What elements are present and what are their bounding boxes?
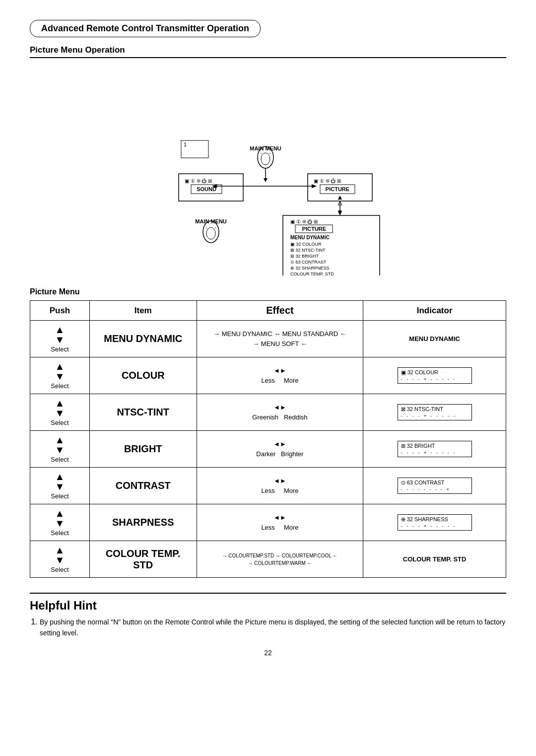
up-arrow-icon: ▲▼ [36,472,83,491]
svg-text:PICTURE: PICTURE [326,186,349,192]
table-row: ▲▼ Select CONTRAST ◄► Less More ⊙ 63 CON… [30,468,506,504]
table-row: ▲▼ Select MENU DYNAMIC → MENU DYNAMIC ↔ … [30,321,506,357]
table-row: ▲▼ Select COLOUR ◄► Less More ▣ 32 COLOU… [30,357,506,394]
table-row: ▲▼ Select COLOUR TEMP. STD → COLOURTEMP.… [30,541,506,578]
indicator-contrast: ⊙ 63 CONTRAST - - - - - - - - + [363,468,506,504]
effect-colour: ◄► Less More [197,357,363,394]
svg-marker-10 [312,184,317,188]
svg-text:SOUND: SOUND [197,186,216,192]
svg-text:⊕ 32 SHARPNESS: ⊕ 32 SHARPNESS [290,266,330,271]
indicator-menu-dynamic: MENU DYNAMIC [363,321,506,357]
svg-text:▼: ▼ [336,208,343,216]
table-row: ▲▼ Select NTSC-TINT ◄► Greenish Reddish … [30,394,506,431]
col-effect: Effect [197,301,363,321]
effect-menu-dynamic: → MENU DYNAMIC ↔ MENU STANDARD ← → MENU … [197,321,363,357]
svg-text:MENU DYNAMIC: MENU DYNAMIC [290,235,330,240]
svg-text:⊙ 63 CONTRAST: ⊙ 63 CONTRAST [290,260,327,265]
picture-menu-table: Push Item Effect Indicator ▲▼ Select MEN… [30,300,506,578]
item-colour-temp: COLOUR TEMP. STD [89,541,197,578]
svg-text:▲: ▲ [336,193,343,201]
svg-line-39 [215,227,216,228]
helpful-hint-text: By pushing the normal "N" button on the … [40,617,506,639]
table-row: ▲▼ Select BRIGHT ◄► Darker Brighter ⊞ 32… [30,431,506,468]
svg-text:⊞ 32 BRIGHT: ⊞ 32 BRIGHT [290,254,319,259]
section1-heading: Picture Menu Operation [30,45,506,58]
svg-point-37 [206,227,215,239]
svg-text:MAIN MENU: MAIN MENU [195,218,227,224]
col-indicator: Indicator [363,301,506,321]
indicator-sharpness: ⊕ 32 SHARPNESS - - - - + - - - - - [363,504,506,541]
svg-text:▣ ① ❊ ⏻ ⊞: ▣ ① ❊ ⏻ ⊞ [290,219,318,224]
item-sharpness: SHARPNESS [89,504,197,541]
effect-ntsc-tint: ◄► Greenish Reddish [197,394,363,431]
item-ntsc-tint: NTSC-TINT [89,394,197,431]
indicator-bright: ⊞ 32 BRIGHT - - - - + - - - - - [363,431,506,468]
svg-text:▣ ① ❊ ⏻ ⊞: ▣ ① ❊ ⏻ ⊞ [314,178,341,184]
svg-line-3 [261,153,262,154]
page-title: Advanced Remote Control Transmitter Oper… [41,23,249,33]
effect-sharpness: ◄► Less More [197,504,363,541]
page-number: 22 [30,649,506,657]
item-menu-dynamic: MENU DYNAMIC [89,321,197,357]
col-item: Item [89,301,197,321]
up-arrow-icon: ▲▼ [36,361,83,381]
effect-bright: ◄► Darker Brighter [197,431,363,468]
up-arrow-icon: ▲▼ [36,508,83,528]
indicator-ntsc-tint: ⊠ 32 NTSC-TINT - - - - + - - - - - [363,394,506,431]
svg-point-2 [261,153,270,165]
svg-marker-6 [264,178,268,182]
svg-line-4 [269,153,270,154]
picture-menu-heading: Picture Menu [30,287,506,296]
svg-text:▣ ① ❊ ⏻ ⊞: ▣ ① ❊ ⏻ ⊞ [185,178,212,184]
item-contrast: CONTRAST [89,468,197,504]
diagram-area: MAIN MENU ▣ ① ❊ ⏻ ⊞ SOUND ▣ ① ❊ ⏻ ⊞ PICT… [30,67,506,275]
item-bright: BRIGHT [89,431,197,468]
page-title-box: Advanced Remote Control Transmitter Oper… [30,20,261,37]
diagram-svg: MAIN MENU ▣ ① ❊ ⏻ ⊞ SOUND ▣ ① ❊ ⏻ ⊞ PICT… [119,67,417,275]
effect-colour-temp: → COLOURTEMP.STD ↔ COLOURTEMP.COOL ← → C… [197,541,363,578]
indicator-colour-temp: COLOUR TEMP. STD [363,541,506,578]
svg-text:▣ 32 COLOUR: ▣ 32 COLOUR [290,242,322,247]
up-arrow-icon: ▲▼ [36,435,83,455]
item-colour: COLOUR [89,357,197,394]
effect-contrast: ◄► Less More [197,468,363,504]
helpful-hint-title: Helpful Hint [30,599,506,613]
svg-text:COLOUR TEMP. STD: COLOUR TEMP. STD [290,272,334,275]
svg-line-38 [206,227,207,228]
up-arrow-icon: ▲▼ [36,325,83,344]
table-row: ▲▼ Select SHARPNESS ◄► Less More ⊕ 32 SH… [30,504,506,541]
svg-text:1: 1 [184,141,187,147]
col-push: Push [30,301,90,321]
indicator-colour: ▣ 32 COLOUR - - - - + - - - - - [363,357,506,394]
svg-text:PICTURE: PICTURE [302,226,326,232]
helpful-hint-section: Helpful Hint By pushing the normal "N" b… [30,593,506,639]
up-arrow-icon: ▲▼ [36,545,83,565]
up-arrow-icon: ▲▼ [36,398,83,418]
svg-text:⊠ 32 NTSC-TINT: ⊠ 32 NTSC-TINT [290,248,326,253]
